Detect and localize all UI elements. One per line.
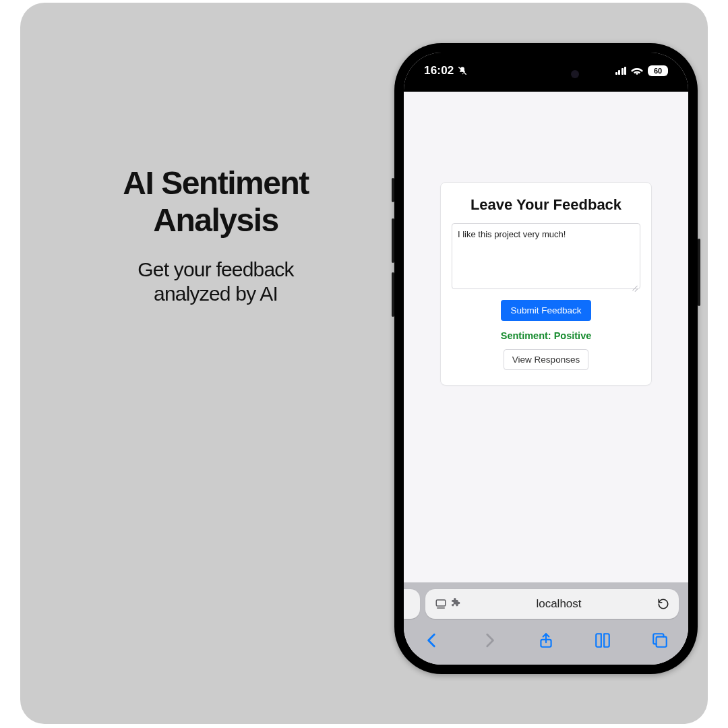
phone-frame: 16:02 60 <box>394 43 698 674</box>
phone-side-button <box>698 239 700 306</box>
headline-block: AI Sentiment Analysis Get your feedback … <box>67 164 364 306</box>
phone-side-button <box>392 272 394 317</box>
feedback-textarea[interactable] <box>452 223 640 289</box>
phone-side-button <box>392 218 394 263</box>
headline-title-line1: AI Sentiment <box>123 165 308 201</box>
headline-title: AI Sentiment Analysis <box>67 164 364 239</box>
statusbar-time: 16:02 <box>424 64 454 78</box>
extension-icon[interactable] <box>451 598 460 610</box>
webpage-content: Leave Your Feedback Submit Feedback Sent… <box>404 92 688 582</box>
textarea-resize-handle-icon[interactable] <box>632 283 638 290</box>
headline-subtitle-line1: Get your feedback <box>138 258 294 280</box>
phone-side-button <box>392 178 394 202</box>
battery-level-badge: 60 <box>648 65 668 76</box>
back-button-icon[interactable] <box>423 632 441 649</box>
phone-screen: 16:02 60 <box>404 53 688 665</box>
dynamic-island <box>502 62 590 86</box>
safari-toolbar: localhost <box>404 582 688 665</box>
statusbar-right: 60 <box>615 65 669 76</box>
sentiment-result: Sentiment: Positive <box>452 330 640 341</box>
forward-button-icon <box>481 632 498 649</box>
textarea-wrap <box>452 223 640 292</box>
safari-nav-row <box>404 624 688 657</box>
card-heading: Leave Your Feedback <box>452 196 640 214</box>
prev-tab-peek[interactable] <box>404 589 420 619</box>
submit-feedback-button[interactable]: Submit Feedback <box>501 300 590 321</box>
view-responses-button[interactable]: View Responses <box>504 349 588 370</box>
silent-mode-icon <box>458 66 467 75</box>
headline-title-line2: Analysis <box>153 202 278 238</box>
statusbar-left: 16:02 <box>424 64 467 78</box>
svg-rect-3 <box>656 637 666 647</box>
cellular-signal-icon <box>615 67 627 75</box>
wifi-icon <box>631 66 643 75</box>
headline-subtitle: Get your feedback analyzed by AI <box>67 257 364 306</box>
url-bar[interactable]: localhost <box>425 589 679 619</box>
url-host: localhost <box>460 597 657 611</box>
bookmarks-icon[interactable] <box>594 632 611 649</box>
reload-icon[interactable] <box>657 598 669 610</box>
svg-rect-0 <box>436 600 446 606</box>
front-camera-icon <box>571 70 579 78</box>
headline-subtitle-line2: analyzed by AI <box>154 282 278 305</box>
tabs-icon[interactable] <box>651 632 669 649</box>
page-settings-icon[interactable] <box>435 598 447 610</box>
feedback-card: Leave Your Feedback Submit Feedback Sent… <box>440 182 652 386</box>
stage: AI Sentiment Analysis Get your feedback … <box>20 3 708 724</box>
share-icon[interactable] <box>537 632 555 649</box>
